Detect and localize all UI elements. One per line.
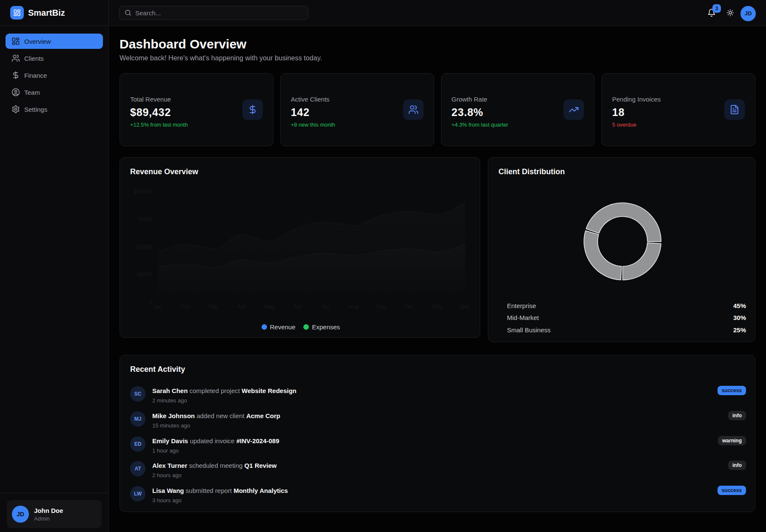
svg-text:Jul: Jul <box>322 303 329 310</box>
svg-text:25000: 25000 <box>137 271 152 277</box>
svg-text:Feb: Feb <box>181 303 190 310</box>
svg-text:Revenue: Revenue <box>270 323 296 331</box>
svg-text:May: May <box>265 303 275 310</box>
svg-text:Mar: Mar <box>209 303 219 310</box>
svg-text:100000: 100000 <box>134 188 152 195</box>
svg-text:75000: 75000 <box>137 216 152 222</box>
svg-text:Expenses: Expenses <box>312 323 340 331</box>
svg-text:Aug: Aug <box>348 303 358 310</box>
svg-text:Jan: Jan <box>154 303 162 310</box>
svg-text:0: 0 <box>149 299 152 305</box>
svg-text:Sep: Sep <box>376 303 386 310</box>
svg-text:Jun: Jun <box>293 303 302 310</box>
svg-text:50000: 50000 <box>137 243 152 250</box>
svg-text:Nov: Nov <box>432 303 442 310</box>
svg-text:Apr: Apr <box>237 303 246 310</box>
svg-text:Dec: Dec <box>460 303 470 310</box>
svg-text:Oct: Oct <box>405 303 414 310</box>
